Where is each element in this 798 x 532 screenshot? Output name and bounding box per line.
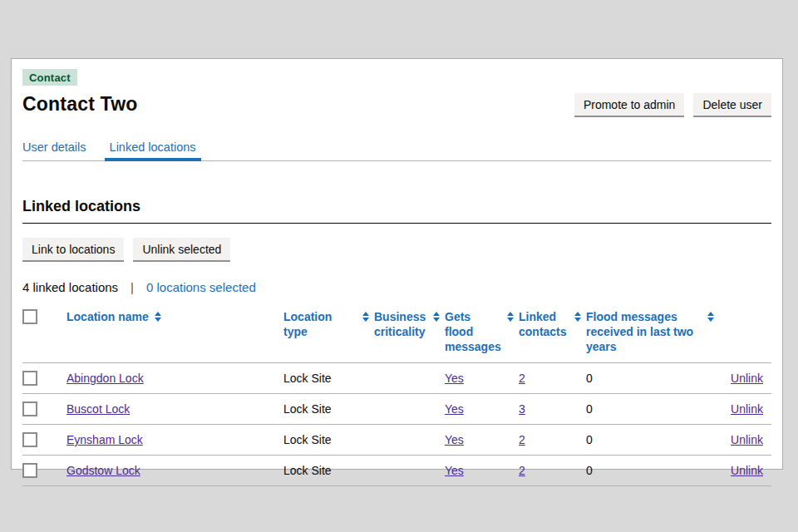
table-row: Buscot Lock Lock Site Yes 3 0 Unlink	[22, 394, 771, 425]
header-location-type[interactable]: Location type	[283, 309, 374, 363]
title-row: Contact Two Promote to admin Delete user	[22, 93, 771, 116]
title-actions: Promote to admin Delete user	[574, 93, 771, 116]
unlink-link[interactable]: Unlink	[731, 464, 763, 477]
section-heading: Linked locations	[22, 198, 771, 215]
table-header-row: Location name Location type Business cri…	[22, 309, 771, 363]
locations-selected-link[interactable]: 0 locations selected	[146, 280, 256, 294]
contact-detail-panel: Contact Contact Two Promote to admin Del…	[11, 58, 783, 470]
business-criticality-cell	[374, 456, 445, 486]
header-actions	[719, 309, 771, 363]
gets-flood-messages-link[interactable]: Yes	[445, 433, 464, 446]
selection-summary: 4 linked locations | 0 locations selecte…	[22, 280, 771, 294]
select-all-header-cell	[22, 309, 66, 363]
location-name-link[interactable]: Abingdon Lock	[66, 372, 144, 385]
linked-locations-table: Location name Location type Business cri…	[22, 309, 771, 486]
tab-linked-locations[interactable]: Linked locations	[105, 140, 201, 161]
section-divider	[22, 223, 771, 224]
header-location-name[interactable]: Location name	[66, 309, 283, 363]
header-flood-messages-received[interactable]: Flood messages received in last two year…	[586, 309, 719, 363]
linked-contacts-link[interactable]: 3	[519, 402, 525, 416]
linked-contacts-link[interactable]: 2	[519, 464, 525, 477]
business-criticality-cell	[374, 425, 445, 456]
sort-icon	[707, 312, 714, 322]
section-buttons: Link to locations Unlink selected	[22, 238, 771, 260]
gets-flood-messages-link[interactable]: Yes	[445, 464, 464, 477]
flood-messages-count: 0	[586, 363, 719, 394]
contact-type-badge: Contact	[22, 69, 77, 86]
location-name-link[interactable]: Godstow Lock	[66, 464, 140, 477]
tab-user-details[interactable]: User details	[22, 140, 86, 160]
sort-icon	[507, 312, 514, 322]
delete-user-button[interactable]: Delete user	[693, 93, 771, 116]
row-checkbox[interactable]	[22, 432, 37, 447]
row-checkbox[interactable]	[22, 401, 37, 416]
location-type-cell: Lock Site	[283, 394, 374, 425]
link-to-locations-button[interactable]: Link to locations	[22, 238, 124, 260]
unlink-selected-button[interactable]: Unlink selected	[133, 238, 230, 260]
select-all-checkbox[interactable]	[22, 309, 37, 324]
summary-separator: |	[131, 280, 134, 294]
unlink-link[interactable]: Unlink	[731, 372, 763, 385]
table-row: Abingdon Lock Lock Site Yes 2 0 Unlink	[22, 363, 771, 394]
sort-icon	[362, 312, 369, 322]
page-title: Contact Two	[22, 93, 137, 116]
unlink-link[interactable]: Unlink	[731, 402, 763, 416]
tab-bar: User details Linked locations	[22, 140, 771, 161]
location-name-link[interactable]: Eynsham Lock	[66, 433, 143, 446]
promote-to-admin-button[interactable]: Promote to admin	[574, 93, 685, 116]
flood-messages-count: 0	[586, 394, 719, 425]
location-type-cell: Lock Site	[283, 456, 374, 486]
business-criticality-cell	[374, 394, 445, 425]
business-criticality-cell	[374, 363, 445, 394]
row-checkbox[interactable]	[22, 371, 37, 386]
table-row: Eynsham Lock Lock Site Yes 2 0 Unlink	[22, 425, 771, 456]
location-name-link[interactable]: Buscot Lock	[66, 402, 130, 416]
flood-messages-count: 0	[586, 425, 719, 456]
sort-icon	[155, 312, 161, 322]
flood-messages-count: 0	[586, 456, 719, 486]
location-type-cell: Lock Site	[283, 363, 374, 394]
row-checkbox[interactable]	[22, 463, 37, 478]
linked-contacts-link[interactable]: 2	[519, 433, 525, 446]
header-business-criticality[interactable]: Business criticality	[374, 309, 445, 363]
sort-icon	[433, 312, 440, 322]
unlink-link[interactable]: Unlink	[731, 433, 763, 446]
gets-flood-messages-link[interactable]: Yes	[445, 402, 464, 416]
header-gets-flood-messages[interactable]: Gets flood messages	[445, 309, 519, 363]
gets-flood-messages-link[interactable]: Yes	[445, 372, 464, 385]
sort-icon	[574, 312, 581, 322]
table-row: Godstow Lock Lock Site Yes 2 0 Unlink	[22, 456, 771, 486]
linked-contacts-link[interactable]: 2	[519, 372, 525, 385]
location-type-cell: Lock Site	[283, 425, 374, 456]
linked-locations-count: 4 linked locations	[22, 280, 118, 294]
header-linked-contacts[interactable]: Linked contacts	[519, 309, 586, 363]
